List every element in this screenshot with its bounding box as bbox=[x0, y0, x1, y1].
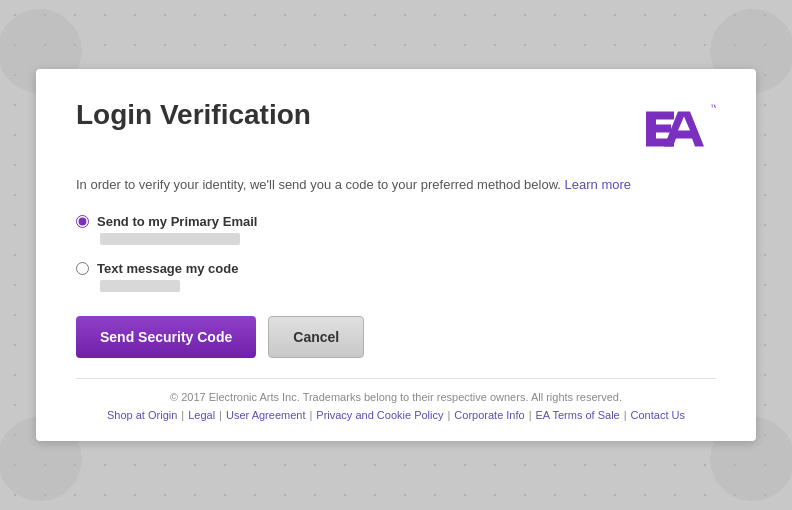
footer-links: Shop at Origin | Legal | User Agreement … bbox=[76, 409, 716, 421]
phone-blur-detail bbox=[100, 280, 180, 292]
send-security-code-button[interactable]: Send Security Code bbox=[76, 316, 256, 358]
footer-link-contact-us[interactable]: Contact Us bbox=[631, 409, 685, 421]
option-sms-row: Text message my code bbox=[76, 261, 716, 292]
option-email-row: Send to my Primary Email bbox=[76, 214, 716, 245]
copyright-text: © 2017 Electronic Arts Inc. Trademarks b… bbox=[76, 391, 716, 403]
page-title: Login Verification bbox=[76, 99, 311, 131]
footer-link-separator: | bbox=[181, 409, 184, 421]
email-blur-detail bbox=[100, 233, 240, 245]
footer-divider bbox=[76, 378, 716, 379]
learn-more-link[interactable]: Learn more bbox=[565, 177, 631, 192]
option-sms-label[interactable]: Text message my code bbox=[76, 261, 716, 276]
login-verification-card: Login Verification ™ In order to verify … bbox=[36, 69, 756, 442]
footer-link-separator: | bbox=[309, 409, 312, 421]
svg-text:™: ™ bbox=[710, 102, 716, 111]
option-email-label[interactable]: Send to my Primary Email bbox=[76, 214, 716, 229]
footer-link-shop-at-origin[interactable]: Shop at Origin bbox=[107, 409, 177, 421]
footer-link-legal[interactable]: Legal bbox=[188, 409, 215, 421]
footer-link-corporate-info[interactable]: Corporate Info bbox=[454, 409, 524, 421]
option-sms-radio[interactable] bbox=[76, 262, 89, 275]
footer-link-user-agreement[interactable]: User Agreement bbox=[226, 409, 305, 421]
card-header: Login Verification ™ bbox=[76, 99, 716, 159]
option-email-radio[interactable] bbox=[76, 215, 89, 228]
buttons-row: Send Security Code Cancel bbox=[76, 316, 716, 358]
ea-logo: ™ bbox=[636, 99, 716, 159]
footer-link-ea-terms[interactable]: EA Terms of Sale bbox=[536, 409, 620, 421]
footer-link-separator: | bbox=[624, 409, 627, 421]
footer-link-separator: | bbox=[447, 409, 450, 421]
footer-link-separator: | bbox=[529, 409, 532, 421]
footer-link-privacy-policy[interactable]: Privacy and Cookie Policy bbox=[316, 409, 443, 421]
footer: © 2017 Electronic Arts Inc. Trademarks b… bbox=[76, 391, 716, 421]
description-text: In order to verify your identity, we'll … bbox=[76, 175, 716, 195]
options-section: Send to my Primary Email Text message my… bbox=[76, 214, 716, 292]
footer-link-separator: | bbox=[219, 409, 222, 421]
cancel-button[interactable]: Cancel bbox=[268, 316, 364, 358]
